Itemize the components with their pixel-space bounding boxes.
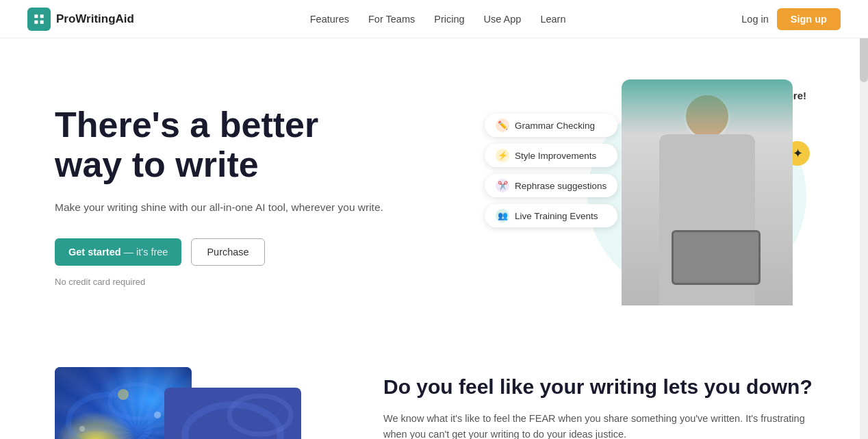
pill-grammar: ✏️ Grammar Checking xyxy=(485,114,617,137)
nav-pricing[interactable]: Pricing xyxy=(434,14,464,25)
logo-icon xyxy=(27,8,51,31)
nav-actions: Log in Sign up xyxy=(741,8,841,30)
grammar-icon: ✏️ xyxy=(496,118,509,132)
hero-section: There's a better way to write Make your … xyxy=(0,38,868,340)
hero-buttons: Get started — it's free Purchase xyxy=(55,238,383,266)
svg-point-3 xyxy=(118,389,129,400)
rephrase-icon: ✂️ xyxy=(496,179,509,192)
section2-left: My idea in my head xyxy=(55,367,342,439)
purchase-button[interactable]: Purchase xyxy=(191,238,264,266)
logo-link[interactable]: ProWritingAid xyxy=(27,8,134,31)
hero-subtitle: Make your writing shine with our all-in-… xyxy=(55,199,383,216)
section-2: My idea in my head Do you feel like your… xyxy=(0,340,868,439)
hero-title: There's a better way to write xyxy=(55,105,383,184)
nav-for-teams[interactable]: For Teams xyxy=(368,14,415,25)
blue-image xyxy=(164,388,301,439)
training-icon: 👥 xyxy=(496,209,509,223)
signup-button[interactable]: Sign up xyxy=(777,8,841,30)
logo-text: ProWritingAid xyxy=(56,12,134,26)
pill-style: ⚡ Style Improvements xyxy=(485,144,617,167)
person-illustration xyxy=(622,79,793,305)
page-scrollbar[interactable] xyxy=(860,0,868,439)
section2-right: Do you feel like your writing lets you d… xyxy=(383,367,813,439)
nav-use-app[interactable]: Use App xyxy=(484,14,522,25)
pill-rephrase: ✂️ Rephrase suggestions xyxy=(485,174,617,197)
section2-title: Do you feel like your writing lets you d… xyxy=(383,374,813,400)
svg-point-4 xyxy=(154,412,161,418)
login-link[interactable]: Log in xyxy=(741,14,769,25)
nav-features[interactable]: Features xyxy=(310,14,349,25)
pill-training: 👥 Live Training Events xyxy=(485,204,617,227)
no-cc-text: No credit card required xyxy=(55,277,383,287)
hero-left: There's a better way to write Make your … xyxy=(55,105,383,287)
image-stack: My idea in my head xyxy=(55,367,329,439)
navigation: ProWritingAid Features For Teams Pricing… xyxy=(0,0,868,38)
nav-learn[interactable]: Learn xyxy=(540,14,565,25)
section2-text: We know what it's like to feel the FEAR … xyxy=(383,411,813,440)
svg-point-7 xyxy=(229,396,291,434)
feature-pills: ✏️ Grammar Checking ⚡ Style Improvements… xyxy=(485,114,617,227)
svg-point-5 xyxy=(79,426,85,431)
get-started-button[interactable]: Get started — it's free xyxy=(55,238,181,266)
nav-links: Features For Teams Pricing Use App Learn xyxy=(310,14,566,25)
logo-svg xyxy=(32,12,46,26)
hero-right: ...and more! ✦ ✏️ Grammar Checking ⚡ Sty xyxy=(485,79,813,312)
style-icon: ⚡ xyxy=(496,149,509,162)
